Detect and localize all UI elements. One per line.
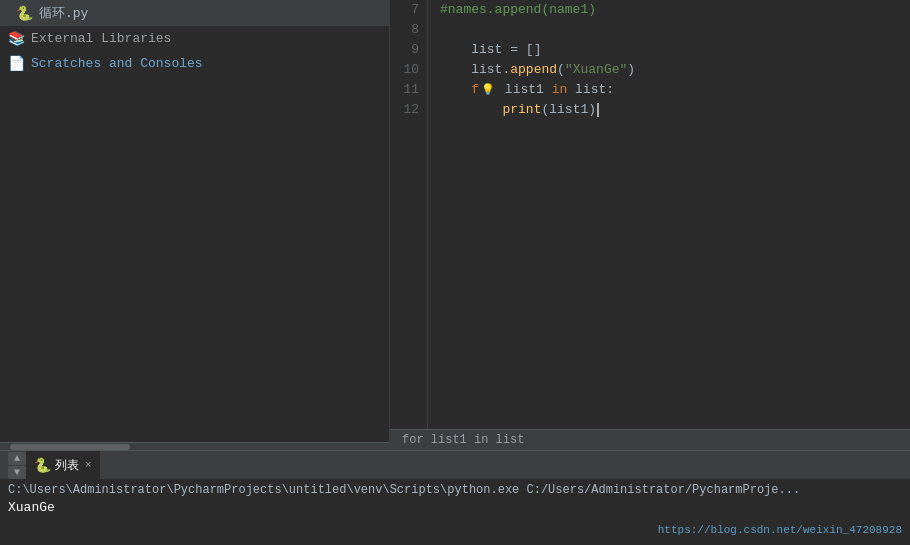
line-num-7: 7 <box>394 0 419 20</box>
bottom-content: C:\Users\Administrator\PycharmProjects\u… <box>0 479 910 545</box>
code-list-ref: list <box>567 80 606 100</box>
editor-area: 7 8 9 10 11 12 #names.append(name1) lis <box>390 0 910 450</box>
sidebar-scrollbar-thumb[interactable] <box>10 444 130 450</box>
bottom-tab-close-btn[interactable]: × <box>85 459 92 471</box>
bottom-run-path: C:\Users\Administrator\PycharmProjects\u… <box>8 481 902 499</box>
code-line-10: list . append ( "XuanGe" ) <box>440 60 910 80</box>
sidebar-item-scratches-label: Scratches and Consoles <box>31 56 203 71</box>
bottom-link[interactable]: https://blog.csdn.net/weixin_47208928 <box>658 521 902 539</box>
sidebar: 🐍 循环.py 📚 External Libraries 📄 Scratches… <box>0 0 390 450</box>
code-list1-var: list1 <box>497 80 552 100</box>
code-var-list: list <box>471 40 502 60</box>
tab-arrow-up[interactable]: ▲ <box>8 452 26 465</box>
code-in-keyword: in <box>552 80 568 100</box>
bottom-panel: ▲ ▼ 🐍 列表 × C:\Users\Administrator\Pychar… <box>0 450 910 545</box>
code-comment-7: #names.append(name1) <box>440 0 596 20</box>
editor-content[interactable]: 7 8 9 10 11 12 #names.append(name1) lis <box>390 0 910 429</box>
code-paren-open-12: ( <box>541 100 549 120</box>
sidebar-item-file[interactable]: 🐍 循环.py <box>0 0 389 26</box>
bottom-tabs: ▲ ▼ 🐍 列表 × <box>0 451 910 479</box>
code-line-11: f 💡 list1 in list : <box>440 80 910 100</box>
line-num-10: 10 <box>394 60 419 80</box>
bottom-tab-python-icon: 🐍 <box>34 457 51 474</box>
code-func-append: append <box>510 60 557 80</box>
code-paren-open: ( <box>557 60 565 80</box>
line-num-12: 12 <box>394 100 419 120</box>
code-assign: = <box>502 40 525 60</box>
editor-hint-text: for list1 in list <box>402 433 524 447</box>
code-for-keyword: f <box>471 80 479 100</box>
scratch-icon: 📄 <box>8 55 25 72</box>
line-num-11: 11 <box>394 80 419 100</box>
tab-arrow-down[interactable]: ▼ <box>8 466 26 479</box>
code-indent-11 <box>440 80 471 100</box>
bottom-tab-label: 列表 <box>55 457 79 474</box>
sidebar-item-file-label: 循环.py <box>39 4 88 22</box>
code-line-9: list = [ ] <box>440 40 910 60</box>
code-dot-10: . <box>502 60 510 80</box>
bulb-icon: 💡 <box>481 80 495 100</box>
line-num-8: 8 <box>394 20 419 40</box>
line-num-9: 9 <box>394 40 419 60</box>
code-indent-12 <box>440 100 502 120</box>
code-bracket-open: [ <box>526 40 534 60</box>
code-colon: : <box>606 80 614 100</box>
bottom-output: XuanGe <box>8 499 902 517</box>
line-numbers: 7 8 9 10 11 12 <box>390 0 428 429</box>
sidebar-item-scratches[interactable]: 📄 Scratches and Consoles <box>0 51 389 76</box>
sidebar-item-libs-label: External Libraries <box>31 31 171 46</box>
code-print-func: print <box>502 100 541 120</box>
code-line-7: #names.append(name1) <box>440 0 910 20</box>
code-line-12: print ( list1 ) <box>440 100 910 120</box>
code-paren-close-12: ) <box>588 100 596 120</box>
code-bracket-close: ] <box>534 40 542 60</box>
main-area: 🐍 循环.py 📚 External Libraries 📄 Scratches… <box>0 0 910 450</box>
code-list1-arg: list1 <box>549 100 588 120</box>
code-indent-9 <box>440 40 471 60</box>
text-cursor <box>597 103 599 117</box>
code-content[interactable]: #names.append(name1) list = [ ] list <box>428 0 910 429</box>
library-icon: 📚 <box>8 30 25 47</box>
sidebar-item-external-libs[interactable]: 📚 External Libraries <box>0 26 389 51</box>
python-file-icon: 🐍 <box>16 5 33 22</box>
sidebar-horizontal-scrollbar[interactable] <box>0 442 389 450</box>
code-list-var: list <box>471 60 502 80</box>
code-paren-close: ) <box>627 60 635 80</box>
editor-hint-bar: for list1 in list <box>390 429 910 450</box>
tab-arrows: ▲ ▼ <box>8 452 26 479</box>
code-line-8 <box>440 20 910 40</box>
code-indent-10 <box>440 60 471 80</box>
code-string-xuange: "XuanGe" <box>565 60 627 80</box>
sidebar-empty-space <box>0 76 389 442</box>
bottom-tab-list[interactable]: 🐍 列表 × <box>26 451 100 479</box>
